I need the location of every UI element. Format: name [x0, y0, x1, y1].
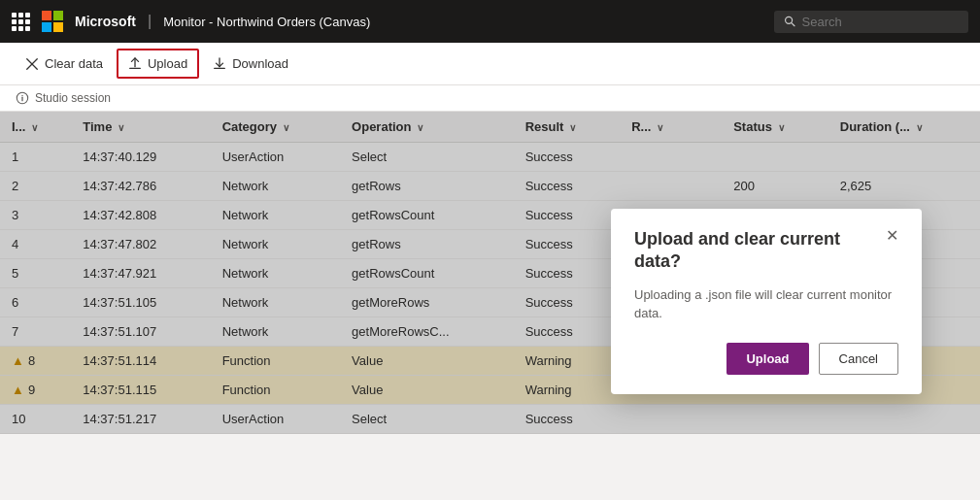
download-button[interactable]: Download: [203, 50, 298, 77]
search-icon: [784, 15, 796, 28]
topbar-divider: |: [148, 13, 152, 30]
microsoft-logo: [42, 11, 63, 32]
dialog-title: Upload and clear current data?: [634, 228, 878, 274]
toolbar: Clear data Upload Download: [0, 43, 980, 85]
data-table-container: I... ∨ Time ∨ Category ∨ Operation ∨ Res…: [0, 112, 980, 434]
topbar: Microsoft | Monitor - Northwind Orders (…: [0, 0, 980, 43]
clear-icon: [25, 57, 39, 71]
clear-data-button[interactable]: Clear data: [16, 50, 113, 77]
upload-label: Upload: [148, 56, 187, 71]
dialog-header: Upload and clear current data? ✕: [634, 228, 898, 274]
download-icon: [213, 57, 226, 71]
waffle-menu[interactable]: [12, 13, 30, 31]
svg-point-10: [21, 95, 22, 96]
brand-label: Microsoft: [75, 14, 136, 29]
upload-dialog: Upload and clear current data? ✕ Uploadi…: [611, 209, 922, 394]
info-icon: [16, 91, 29, 105]
search-input[interactable]: [802, 15, 959, 29]
search-box[interactable]: [774, 11, 968, 33]
session-bar: Studio session: [0, 85, 980, 112]
session-label: Studio session: [35, 91, 111, 105]
dialog-actions: Upload Cancel: [634, 343, 898, 375]
svg-line-1: [792, 23, 794, 26]
dialog-body: Uploading a .json file will clear curren…: [634, 285, 898, 323]
dialog-cancel-button[interactable]: Cancel: [819, 343, 898, 375]
dialog-close-button[interactable]: ✕: [878, 228, 898, 244]
download-label: Download: [232, 56, 288, 71]
dialog-upload-button[interactable]: Upload: [727, 343, 808, 375]
clear-data-label: Clear data: [45, 56, 103, 71]
app-title: Monitor - Northwind Orders (Canvas): [163, 15, 370, 29]
upload-icon: [128, 57, 142, 71]
upload-button[interactable]: Upload: [117, 49, 199, 79]
